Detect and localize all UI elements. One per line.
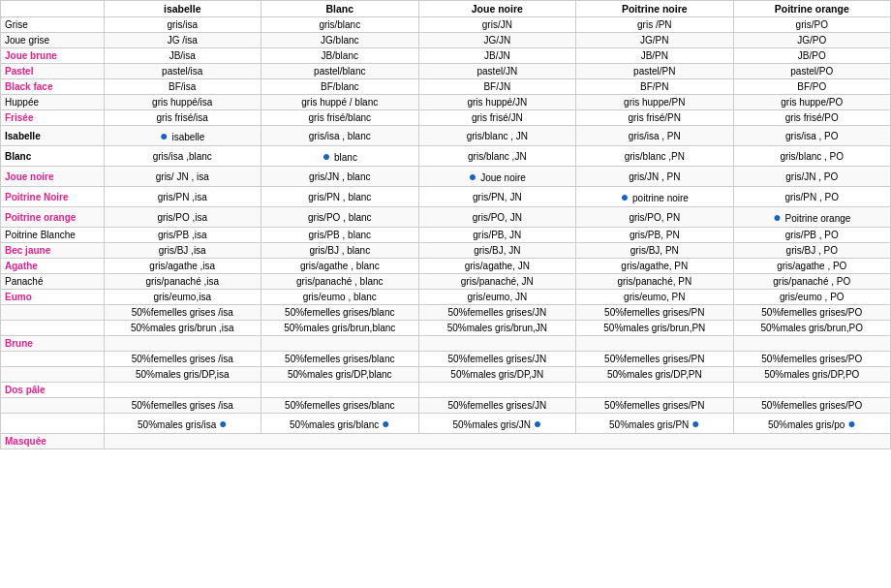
- cell: gris huppé/isa: [104, 95, 261, 110]
- cell: gris/PN ,isa: [104, 187, 261, 207]
- cell: [733, 383, 890, 398]
- table-row: 50%femelles grises /isa50%femelles grise…: [1, 305, 891, 321]
- cell: gris huppé/JN: [418, 95, 575, 110]
- cell: pastel/PO: [733, 64, 890, 79]
- cell: [418, 336, 575, 352]
- cell: gris/blanc , PO: [733, 146, 890, 167]
- table-row: 50%femelles grises /isa50%femelles grise…: [1, 398, 891, 414]
- cell: 50%males gris/DP,PN: [576, 367, 733, 383]
- cell: gris/blanc ,PN: [576, 146, 733, 167]
- row-label: Blanc: [1, 146, 105, 167]
- cell: gris/isa , PN: [576, 126, 733, 146]
- table-row: 50%males gris/DP,isa50%males gris/DP,bla…: [1, 367, 891, 383]
- cell: gris/JN , PN: [576, 167, 733, 187]
- table-row: Poitrine orangegris/PO ,isagris/PO , bla…: [1, 207, 891, 228]
- header-poitrine-orange: Poitrine orange: [733, 1, 890, 17]
- table-row: Dos pâle: [1, 383, 891, 398]
- cell: gris/JN , blanc: [261, 167, 418, 187]
- cell: gris/PB ,isa: [104, 228, 261, 243]
- cell: 50%femelles grises/JN: [418, 305, 575, 321]
- cell: [261, 383, 418, 398]
- cell: 50%femelles grises/PO: [733, 398, 890, 414]
- cell: JB/PN: [576, 48, 733, 64]
- table-row: Black faceBF/isaBF/blancBF/JNBF/PNBF/PO: [1, 79, 891, 95]
- cell: gris/PN , PO: [733, 187, 890, 207]
- cell: 50%males gris/po ●: [733, 414, 890, 434]
- cell: 50%males gris/brun,PO: [733, 321, 890, 336]
- cell: gris /PN: [576, 17, 733, 33]
- table-row: Grisegris/isagris/blancgris/JNgris /PNgr…: [1, 17, 891, 33]
- row-label: [1, 414, 105, 434]
- cell: gris/eumo , blanc: [261, 290, 418, 305]
- table-row: Isabelle● isabellegris/isa , blancgris/b…: [1, 126, 891, 146]
- row-label: Joue grise: [1, 33, 105, 48]
- table-row: Brune: [1, 336, 891, 352]
- table-row: Panachégris/panaché ,isagris/panaché , b…: [1, 274, 891, 290]
- table-row: Poitrine Blanchegris/PB ,isagris/PB , bl…: [1, 228, 891, 243]
- cell: BF/isa: [104, 79, 261, 95]
- cell: gris/BJ , blanc: [261, 243, 418, 259]
- cell: [576, 336, 733, 352]
- row-label: Joue brune: [1, 48, 105, 64]
- row-label: Bec jaune: [1, 243, 105, 259]
- cell: 50%males gris/blanc ●: [261, 414, 418, 434]
- row-label: [1, 352, 105, 367]
- cell: gris/PN, JN: [418, 187, 575, 207]
- cell: 50%femelles grises/JN: [418, 398, 575, 414]
- cell: 50%males gris/brun,blanc: [261, 321, 418, 336]
- table-row: Bec jaunegris/BJ ,isagris/BJ , blancgris…: [1, 243, 891, 259]
- cell: JB/JN: [418, 48, 575, 64]
- cell: gris/agathe , PO: [733, 259, 890, 274]
- cell: 50%femelles grises/blanc: [261, 305, 418, 321]
- table-row: Masquée: [1, 434, 891, 449]
- cell: pastel/JN: [418, 64, 575, 79]
- row-label: Poitrine Blanche: [1, 228, 105, 243]
- cell: JG/JN: [418, 33, 575, 48]
- cell: 50%males gris/brun,JN: [418, 321, 575, 336]
- table-row: Pastelpastel/isapastel/blancpastel/JNpas…: [1, 64, 891, 79]
- row-label: Pastel: [1, 64, 105, 79]
- cell: 50%femelles grises/PN: [576, 398, 733, 414]
- row-label: Grise: [1, 17, 105, 33]
- cell: 50%males gris/DP,blanc: [261, 367, 418, 383]
- cell: 50%femelles grises /isa: [104, 305, 261, 321]
- cell: gris/PO, JN: [418, 207, 575, 228]
- cell: gris/PB , PO: [733, 228, 890, 243]
- cell: 50%femelles grises/PO: [733, 352, 890, 367]
- row-label: [1, 398, 105, 414]
- row-label: Joue noire: [1, 167, 105, 187]
- cell: gris/agathe , blanc: [261, 259, 418, 274]
- cell: gris/panaché, PN: [576, 274, 733, 290]
- table-row: Blancgris/isa ,blanc● blancgris/blanc ,J…: [1, 146, 891, 167]
- table-row: 50%males gris/brun ,isa50%males gris/bru…: [1, 321, 891, 336]
- row-label: [1, 367, 105, 383]
- cell: gris huppe/PO: [733, 95, 890, 110]
- cell: gris/agathe, PN: [576, 259, 733, 274]
- table-row: Poitrine Noiregris/PN ,isagris/PN , blan…: [1, 187, 891, 207]
- cell: pastel/PN: [576, 64, 733, 79]
- cell: BF/JN: [418, 79, 575, 95]
- table-row: 50%males gris/isa ●50%males gris/blanc ●…: [1, 414, 891, 434]
- cell: gris frisé/isa: [104, 110, 261, 126]
- header-isabelle: isabelle: [104, 1, 261, 17]
- cell: BF/blanc: [261, 79, 418, 95]
- cell: gris/blanc , JN: [418, 126, 575, 146]
- cell: gris/PO , blanc: [261, 207, 418, 228]
- cell: gris huppé / blanc: [261, 95, 418, 110]
- cell: 50%males gris/brun ,isa: [104, 321, 261, 336]
- cell: JG /isa: [104, 33, 261, 48]
- cell: gris/eumo , PO: [733, 290, 890, 305]
- cell: gris frisé/PN: [576, 110, 733, 126]
- cell: 50%males gris/DP,PO: [733, 367, 890, 383]
- masquee-note: [104, 434, 890, 449]
- cell: gris/agathe ,isa: [104, 259, 261, 274]
- cell: JG/PN: [576, 33, 733, 48]
- cell: gris/blanc: [261, 17, 418, 33]
- cell: gris/isa: [104, 17, 261, 33]
- row-label: Agathe: [1, 259, 105, 274]
- cell: ● isabelle: [104, 126, 261, 146]
- cell: gris/panaché , blanc: [261, 274, 418, 290]
- table-row: Agathegris/agathe ,isagris/agathe , blan…: [1, 259, 891, 274]
- cell: ● Poitrine orange: [733, 207, 890, 228]
- cell: 50%femelles grises/PN: [576, 352, 733, 367]
